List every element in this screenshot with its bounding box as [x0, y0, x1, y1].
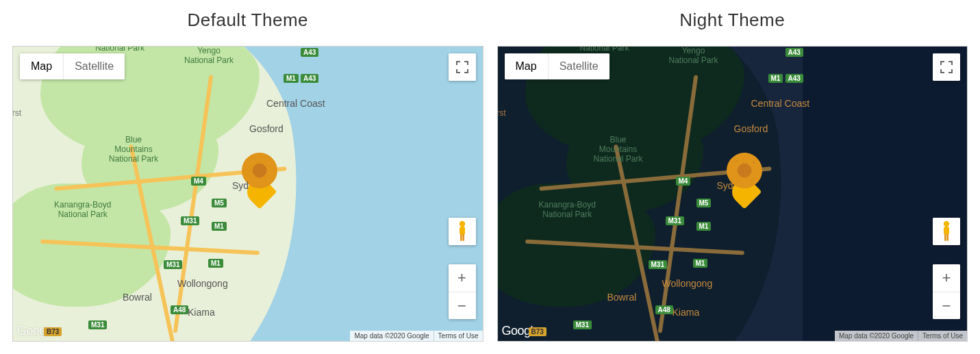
road-shield: A43: [786, 48, 803, 57]
road-shield: M1: [212, 222, 227, 231]
city-label: Kiama: [188, 307, 215, 318]
fullscreen-button[interactable]: [933, 53, 960, 81]
road-shield: M1: [284, 74, 299, 83]
terms-of-use-link[interactable]: Terms of Use: [918, 331, 967, 341]
svg-rect-1: [460, 227, 465, 235]
zoom-in-button[interactable]: +: [449, 264, 476, 292]
map-edge-label: urst: [497, 108, 506, 118]
zoom-out-button[interactable]: −: [449, 292, 476, 319]
map-data-text: Map data ©2020 Google: [350, 331, 433, 341]
road-shield: A43: [301, 48, 318, 57]
road-shield: A43: [786, 74, 803, 83]
road-shield: A43: [301, 74, 318, 83]
road-shield: M5: [696, 199, 712, 207]
svg-rect-2: [460, 234, 462, 241]
road-shield: M4: [676, 177, 691, 186]
svg-rect-7: [946, 234, 948, 241]
road-shield: M1: [693, 259, 708, 268]
fullscreen-icon: [940, 61, 953, 73]
zoom-in-button[interactable]: +: [933, 264, 960, 292]
fullscreen-button[interactable]: [449, 53, 476, 81]
map-attribution: Map data ©2020 Google Terms of Use: [835, 331, 967, 341]
road-shield: M31: [573, 320, 592, 329]
road-shield: A48: [655, 305, 673, 314]
park-label: Kanangra-Boyd National Park: [539, 201, 596, 220]
fullscreen-icon: [456, 61, 468, 73]
panel-title: Night Theme: [497, 0, 968, 46]
city-label: Central Coast: [266, 98, 325, 109]
map-type-satellite-button[interactable]: Satellite: [548, 53, 610, 79]
svg-rect-5: [944, 227, 949, 235]
city-label: Wollongong: [662, 278, 713, 289]
road-shield: M31: [181, 216, 199, 225]
road-shield: M31: [649, 260, 667, 269]
city-label: Gosford: [249, 123, 284, 134]
map-type-satellite-button[interactable]: Satellite: [63, 53, 125, 79]
pegman-icon: [453, 220, 472, 243]
svg-rect-3: [462, 234, 464, 241]
pegman-button[interactable]: [933, 218, 960, 245]
map-type-map-button[interactable]: Map: [505, 53, 548, 79]
road-shield: M5: [212, 199, 227, 207]
pegman-control: [933, 218, 960, 245]
park-label: Yengo National Park: [184, 47, 234, 66]
terms-of-use-link[interactable]: Terms of Use: [434, 331, 483, 341]
svg-point-4: [944, 221, 949, 227]
park-label: Blue Mountains National Park: [109, 136, 158, 164]
road-shield: B73: [44, 327, 62, 336]
road-shield: M31: [88, 320, 107, 329]
map-type-control: Map Satellite: [20, 53, 125, 79]
map-default[interactable]: urst Map Satellite: [12, 46, 483, 342]
fullscreen-control: [933, 53, 960, 81]
road-shield: M31: [666, 216, 684, 225]
road-shield: A48: [171, 305, 188, 314]
park-label: Yengo National Park: [669, 47, 718, 66]
road-shield: M1: [768, 74, 783, 83]
fullscreen-control: [449, 53, 476, 81]
pegman-control: [449, 218, 476, 245]
svg-point-0: [459, 221, 464, 227]
map-night[interactable]: urst Map Satellite: [497, 46, 968, 342]
zoom-control: + −: [933, 264, 960, 319]
park-label: Blue Mountains National Park: [594, 136, 643, 164]
panel-default-theme: Default Theme urst Map Satellite: [12, 0, 483, 342]
road-shield: M1: [696, 222, 712, 231]
panel-title: Default Theme: [12, 0, 483, 46]
map-edge-label: urst: [12, 108, 21, 118]
location-marker[interactable]: [239, 153, 280, 204]
city-label: Central Coast: [751, 98, 810, 109]
city-label: Gosford: [734, 123, 768, 134]
panel-night-theme: Night Theme urst Map Satellite: [497, 0, 968, 342]
zoom-control: + −: [449, 264, 476, 319]
park-label: National Park: [580, 46, 629, 53]
park-label: National Park: [95, 46, 145, 53]
svg-rect-6: [944, 234, 946, 241]
road-shield: B73: [529, 327, 546, 336]
city-label: Kiama: [673, 307, 700, 318]
map-attribution: Map data ©2020 Google Terms of Use: [350, 331, 482, 341]
map-type-control: Map Satellite: [505, 53, 610, 79]
pegman-button[interactable]: [449, 218, 476, 245]
city-label: Bowral: [607, 292, 637, 303]
city-label: Bowral: [123, 292, 152, 303]
zoom-out-button[interactable]: −: [933, 292, 960, 319]
road-shield: M31: [164, 260, 182, 269]
road-shield: M4: [191, 177, 206, 186]
map-data-text: Map data ©2020 Google: [835, 331, 918, 341]
city-label: Syd: [232, 180, 249, 191]
city-label: Wollongong: [177, 278, 228, 289]
city-label: Syd: [717, 180, 733, 191]
road-shield: M1: [208, 259, 223, 268]
pegman-icon: [937, 220, 956, 243]
park-label: Kanangra-Boyd National Park: [54, 201, 111, 220]
map-type-map-button[interactable]: Map: [20, 53, 63, 79]
location-marker[interactable]: [724, 153, 765, 204]
